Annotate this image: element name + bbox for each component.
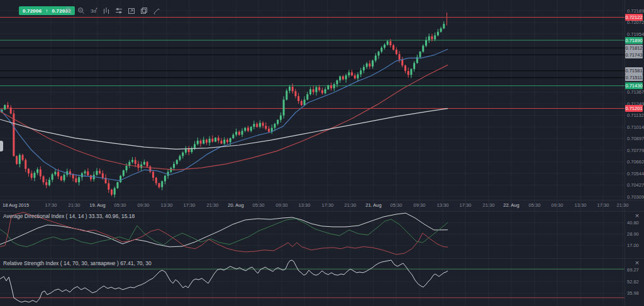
rotation-3d-icon[interactable]: 3d [89,6,97,14]
price-badge-green[interactable]: 0.71890 [625,37,643,44]
adx-scale-label: 17.00 [627,243,639,248]
rsi-close-button[interactable]: × [633,260,641,267]
indicators-icon[interactable] [102,6,110,14]
time-tick-label: 13:30 [437,202,449,208]
time-tick-label: 17:30 [460,202,472,208]
time-tick-label: 09:30 [552,202,564,208]
time-tick-label: 22. Aug [503,202,519,208]
adx-pane-title: Average Directional Index ( 14, 14 ) 33.… [3,213,135,219]
svg-text:3d: 3d [91,8,96,14]
time-tick-label: 21:30 [69,202,80,208]
settings-icon[interactable] [114,6,123,14]
time-tick-label: 21. Aug [365,202,381,208]
chart-toolbar: 3d [64,6,160,14]
time-tick-label: 05:30 [114,202,126,208]
price-tick-label: 0.71954 [627,31,644,37]
time-tick-label: 13:30 [575,202,587,208]
adx-scale-label: 40.80 [627,220,639,226]
zoom-in-icon[interactable] [64,6,72,14]
price-badge-red[interactable]: 0.71201 [625,105,643,112]
time-tick-label: 09:30 [414,202,426,208]
price-badge-gray[interactable]: 0.71581 [625,67,643,74]
price-tick-label: 0.70309 [627,194,644,200]
up-arrow-icon: ↑ [45,8,48,14]
bid-price: 0.72006 [23,8,42,14]
rsi-scale-label: 69.27 [627,267,639,273]
price-tick-label: 0.70662 [627,159,644,165]
price-tick-label: 0.72189 [627,8,644,14]
price-tick-label: 0.70897 [627,136,644,141]
time-tick-label: 17:30 [597,202,609,208]
adx-close-button[interactable]: × [633,212,641,220]
time-tick-label: 21:30 [207,202,219,208]
time-tick-label: 05:30 [391,202,402,208]
time-tick-label: 05:30 [253,202,265,208]
copy-icon[interactable] [140,6,148,14]
trading-chart-window: 0.72006 ↑ 0.72032 3d 0.721890.720720.719… [0,0,644,306]
time-tick-label: 17:30 [322,202,334,208]
price-badge-gray[interactable]: 0.71812 [625,45,643,52]
time-tick-label: 05:30 [529,202,541,208]
adx-scale-label: 28.90 [627,231,639,237]
rsi-scale-label: 35.98 [627,290,639,296]
time-tick-label: 21:30 [483,202,495,208]
zoom-out-icon[interactable] [77,6,85,14]
rsi-pane-title: Relative Strength Index ( 14, 70, 30, за… [3,260,152,266]
price-tick-label: 0.70779 [627,148,644,153]
time-tick-label: 09:30 [138,202,150,208]
price-badge-green[interactable]: 0.71430 [625,82,643,89]
time-tick-label: 20. Aug [228,202,243,208]
price-tick-label: 0.71132 [627,112,644,118]
price-badge-gray[interactable]: 0.71511 [625,74,643,81]
rsi-scale-label: 52.62 [627,279,639,285]
time-tick-label: 17:30 [45,202,57,208]
time-tick-label: 21:30 [617,202,629,208]
time-tick-label: 13:30 [299,202,311,208]
time-tick-label: 21:30 [345,202,357,208]
time-tick-label: 18 Aug 2015 [3,202,29,208]
fullscreen-icon[interactable] [127,6,135,14]
adx-title-text: Average Directional Index ( 14, 14 ) 33.… [3,213,135,219]
left-edge-handle[interactable] [0,141,3,151]
time-tick-label: 19. Aug [89,202,105,208]
price-badge-gray[interactable]: 0.71743 [625,52,643,58]
price-tick-label: 0.71014 [627,124,644,130]
price-tick-label: 0.70544 [627,171,644,177]
price-tick-label: 0.70427 [627,182,644,188]
rsi-title-text: Relative Strength Index ( 14, 70, 30, за… [3,260,152,266]
time-tick-label: 17:30 [184,202,196,208]
price-badge-red[interactable]: 0.72122 [625,14,643,21]
price-tick-label: 0.71367 [627,89,644,95]
time-tick-label: 09:30 [276,202,288,208]
time-tick-label: 13:30 [161,202,173,208]
draw-icon[interactable] [152,6,160,14]
